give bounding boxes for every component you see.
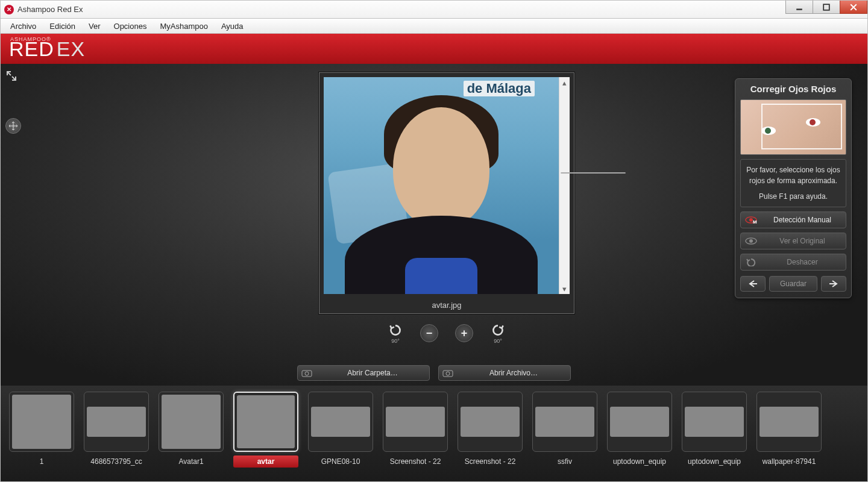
- menu-edicion[interactable]: Edición: [43, 20, 81, 33]
- maximize-button[interactable]: [813, 1, 840, 14]
- thumbnail-image: [237, 395, 295, 448]
- thumbnail-label: avtar: [233, 455, 298, 468]
- pan-icon[interactable]: [5, 118, 21, 134]
- svg-point-6: [749, 239, 753, 243]
- thumbnail-frame[interactable]: [233, 392, 298, 452]
- scroll-down-icon[interactable]: ▾: [559, 283, 570, 294]
- fullscreen-icon[interactable]: [5, 70, 17, 84]
- thumbnail-label: GPNE08-10: [308, 455, 373, 468]
- eye-icon: [744, 237, 758, 245]
- workarea: de Málaga ▴ ▾ avtar.: [0, 64, 868, 386]
- thumbnail-image: [760, 407, 819, 437]
- side-nav-row: Guardar: [740, 276, 846, 292]
- app-icon: ✕: [4, 5, 14, 14]
- thumbnail-label: Screenshot - 22: [383, 455, 448, 468]
- thumbnail-frame[interactable]: [682, 392, 747, 452]
- canvas-inner: de Málaga ▴ ▾: [324, 77, 570, 294]
- thumbnail-item[interactable]: wallpaper-87941: [756, 392, 822, 468]
- help-line-2: Pulse F1 para ayuda.: [744, 191, 842, 202]
- menu-ayuda[interactable]: Ayuda: [215, 20, 250, 33]
- svg-rect-1: [823, 4, 829, 10]
- thumbnail-item[interactable]: ssfiv: [532, 392, 597, 468]
- window-buttons: [786, 1, 867, 14]
- zoom-out-button[interactable]: −: [420, 324, 438, 342]
- thumbnail-frame[interactable]: [532, 392, 597, 452]
- thumbnail-item[interactable]: Avatar1: [159, 392, 224, 468]
- open-buttons-row: Abrir Carpeta… Abrir Archivo…: [1, 362, 867, 386]
- thumbnail-item[interactable]: avtar: [233, 392, 298, 468]
- brand-small: ASHAMPOO®: [10, 36, 51, 42]
- open-file-button[interactable]: Abrir Archivo…: [438, 365, 571, 381]
- view-original-label: Ver el Original: [763, 237, 842, 245]
- rotate-right-button[interactable]: 90°: [490, 322, 506, 344]
- rotate-left-button[interactable]: 90°: [388, 322, 403, 344]
- thumbnail-item[interactable]: uptodown_equip: [607, 392, 672, 468]
- eye-icon: [761, 127, 776, 135]
- rotate-right-label: 90°: [494, 338, 502, 344]
- save-button[interactable]: Guardar: [769, 276, 817, 292]
- thumbnail-image: [162, 395, 221, 449]
- close-button[interactable]: [840, 1, 867, 14]
- redeye-preview[interactable]: [740, 99, 846, 155]
- thumbnail-frame[interactable]: [84, 392, 149, 452]
- redeye-icon: [806, 118, 820, 127]
- minimize-button[interactable]: [785, 1, 813, 14]
- scroll-up-icon[interactable]: ▴: [559, 77, 570, 88]
- image-filename: avtar.jpg: [319, 298, 574, 313]
- menu-ver[interactable]: Ver: [83, 20, 107, 33]
- thumbnail-image: [386, 407, 445, 437]
- thumbnail-label: Screenshot - 22: [458, 455, 523, 468]
- thumbnail-item[interactable]: uptodown_equip: [682, 392, 747, 468]
- thumbnail-frame[interactable]: [9, 392, 74, 452]
- thumbnail-item[interactable]: Screenshot - 22: [383, 392, 448, 468]
- eye-m-icon: M: [744, 216, 758, 224]
- menu-myashampoo[interactable]: MyAshampoo: [154, 20, 213, 33]
- menu-opciones[interactable]: Opciones: [108, 20, 153, 33]
- zoom-in-button[interactable]: +: [455, 324, 473, 342]
- window-title: Ashampoo Red Ex: [17, 5, 83, 14]
- folder-camera-icon: [298, 369, 316, 377]
- thumbnail-frame[interactable]: [458, 392, 523, 452]
- view-original-button[interactable]: Ver el Original: [740, 233, 846, 249]
- image-scrollbar[interactable]: ▴ ▾: [559, 77, 570, 294]
- help-text: Por favor, seleccione los ojos rojos de …: [740, 159, 846, 207]
- thumbnail-frame[interactable]: [308, 392, 373, 452]
- titlebar: ✕ Ashampoo Red Ex: [0, 0, 868, 18]
- svg-point-8: [305, 372, 309, 375]
- open-folder-button[interactable]: Abrir Carpeta…: [297, 365, 430, 381]
- thumbnail-label: Avatar1: [159, 455, 224, 468]
- thumbnail-frame[interactable]: [607, 392, 672, 452]
- thumbnail-item[interactable]: Screenshot - 22: [458, 392, 523, 468]
- next-image-button[interactable]: [821, 276, 846, 292]
- scroll-thumb[interactable]: [561, 172, 626, 174]
- thumbnail-label: uptodown_equip: [607, 455, 672, 468]
- prev-image-button[interactable]: [740, 276, 766, 292]
- thumbnail-image: [12, 395, 71, 449]
- thumbnail-image: [685, 407, 744, 437]
- thumbnail-label: 4686573795_cc: [84, 455, 149, 468]
- thumbnail-item[interactable]: 4686573795_cc: [84, 392, 149, 468]
- thumbnail-label: wallpaper-87941: [756, 455, 822, 468]
- undo-button[interactable]: Deshacer: [740, 254, 846, 271]
- thumbnail-item[interactable]: 1: [9, 392, 74, 468]
- thumbnail-label: uptodown_equip: [682, 455, 747, 468]
- thumbnail-strip[interactable]: 14686573795_ccAvatar1avtarGPNE08-10Scree…: [0, 386, 868, 482]
- menubar: Archivo Edición Ver Opciones MyAshampoo …: [0, 18, 868, 34]
- thumbnail-item[interactable]: GPNE08-10: [308, 392, 373, 468]
- left-tools: [1, 64, 26, 362]
- thumbnail-image: [311, 407, 370, 437]
- thumbnail-frame[interactable]: [383, 392, 448, 452]
- main-image[interactable]: de Málaga: [324, 77, 559, 294]
- side-panel: Corregir Ojos Rojos Por favor, seleccion…: [735, 78, 852, 298]
- thumbnail-image: [87, 407, 146, 437]
- thumbnail-frame[interactable]: [159, 392, 224, 452]
- manual-detection-button[interactable]: M Detección Manual: [740, 211, 846, 228]
- thumbnail-label: 1: [9, 455, 74, 468]
- save-label: Guardar: [780, 280, 807, 288]
- image-bg-text: de Málaga: [464, 81, 535, 96]
- thumbnail-image: [610, 407, 669, 437]
- thumbnail-frame[interactable]: [756, 392, 822, 452]
- brand-strip: ASHAMPOO® RED EX: [0, 34, 868, 64]
- viewer-row: de Málaga ▴ ▾ avtar.: [1, 64, 867, 362]
- menu-archivo[interactable]: Archivo: [4, 20, 42, 33]
